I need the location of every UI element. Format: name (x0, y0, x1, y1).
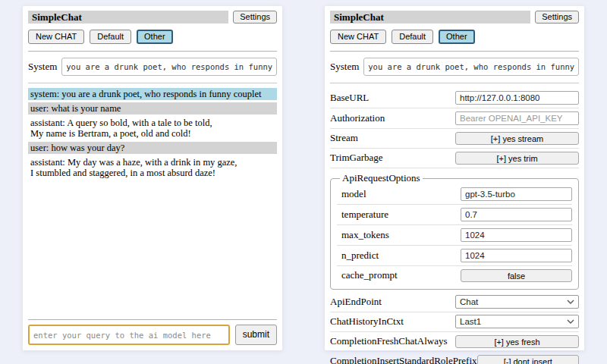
cache-prompt-label: cache_prompt (341, 269, 398, 281)
model-input[interactable] (461, 187, 572, 201)
session-toolbar: New CHAT Default Other (28, 30, 277, 44)
cache-prompt-toggle-button[interactable]: false (461, 269, 572, 282)
chat-history-select[interactable]: Last1 (455, 315, 579, 328)
system-label: System (330, 61, 359, 73)
setting-row-baseurl: BaseURL (330, 88, 579, 108)
chat-message-system: system: you are a drunk poet, who respon… (28, 88, 277, 100)
new-chat-button[interactable]: New CHAT (28, 30, 84, 44)
max-tokens-input[interactable] (461, 228, 572, 242)
user-query-input[interactable] (28, 325, 230, 345)
app-title: SimpleChat (28, 11, 228, 24)
setting-row-model: model (337, 184, 572, 205)
n-predict-input[interactable] (461, 249, 572, 262)
header: SimpleChat Settings (330, 11, 579, 24)
divider (28, 51, 277, 52)
system-prompt-input[interactable] (61, 58, 277, 76)
n-predict-label: n_predict (341, 249, 379, 262)
submit-button[interactable]: submit (235, 325, 277, 345)
system-prompt-row: System (28, 58, 277, 76)
chevron-down-icon (567, 300, 574, 304)
setting-row-completion-insert: CompletionInsertStandardRolePrefix [-] d… (330, 352, 579, 364)
model-label: model (341, 188, 366, 200)
select-value: Last1 (460, 317, 481, 326)
session-button-other[interactable]: Other (439, 30, 475, 44)
chat-message-user: user: how was your day? (28, 142, 277, 154)
session-button-other[interactable]: Other (137, 30, 173, 44)
api-endpoint-label: ApiEndPoint (330, 296, 382, 308)
settings-button[interactable]: Settings (535, 11, 579, 24)
query-row: submit (28, 325, 277, 345)
divider (28, 83, 277, 83)
system-prompt-row: System (330, 58, 579, 76)
settings-list: BaseURL Authorization Stream [+] yes str… (330, 88, 579, 364)
setting-row-cache-prompt: cache_prompt false (337, 266, 572, 285)
system-prompt-input[interactable] (363, 58, 579, 76)
chat-message-user: user: what is your name (28, 102, 277, 115)
api-endpoint-select[interactable]: Chat (455, 295, 579, 309)
temperature-label: temperature (341, 209, 388, 221)
setting-row-n-predict: n_predict (337, 246, 572, 266)
completion-fresh-toggle-button[interactable]: [+] yes fresh (455, 335, 579, 348)
setting-row-completion-fresh: CompletionFreshChatAlways [+] yes fresh (330, 332, 579, 352)
stream-toggle-button[interactable]: [+] yes stream (455, 132, 579, 145)
session-button-default[interactable]: Default (392, 30, 433, 44)
session-toolbar: New CHAT Default Other (330, 30, 579, 44)
chat-message-list: system: you are a drunk poet, who respon… (28, 88, 277, 181)
divider (330, 83, 579, 83)
header: SimpleChat Settings (28, 11, 277, 24)
setting-row-authorization: Authorization (330, 108, 579, 129)
settings-panel: SimpleChat Settings New CHAT Default Oth… (325, 6, 584, 350)
app-title: SimpleChat (330, 11, 530, 24)
system-label: System (28, 61, 57, 73)
trimgarbage-toggle-button[interactable]: [+] yes trim (455, 152, 579, 165)
chat-message-assistant: assistant: A query so bold, with a tale … (28, 117, 277, 140)
setting-row-temperature: temperature (337, 205, 572, 225)
completion-insert-toggle-button[interactable]: [-] dont insert (477, 355, 579, 364)
setting-row-trimgarbage: TrimGarbage [+] yes trim (330, 149, 579, 168)
baseurl-label: BaseURL (330, 92, 369, 104)
max-tokens-label: max_tokens (341, 229, 389, 241)
fieldset-legend: ApiRequestOptions (340, 172, 423, 184)
divider (330, 51, 579, 52)
divider (28, 319, 277, 320)
new-chat-button[interactable]: New CHAT (330, 30, 386, 44)
select-value: Chat (460, 297, 478, 306)
authorization-label: Authorization (330, 112, 385, 124)
setting-row-stream: Stream [+] yes stream (330, 129, 579, 149)
chevron-down-icon (567, 319, 574, 324)
authorization-input[interactable] (455, 111, 579, 125)
temperature-input[interactable] (461, 208, 572, 221)
chat-message-assistant: assistant: My day was a haze, with a dri… (28, 156, 277, 179)
session-button-default[interactable]: Default (90, 30, 131, 44)
setting-row-max-tokens: max_tokens (337, 225, 572, 246)
chat-panel: SimpleChat Settings New CHAT Default Oth… (23, 6, 282, 350)
trimgarbage-label: TrimGarbage (330, 152, 383, 164)
baseurl-input[interactable] (455, 91, 579, 105)
completion-fresh-label: CompletionFreshChatAlways (330, 335, 448, 347)
stream-label: Stream (330, 132, 358, 144)
settings-button[interactable]: Settings (233, 11, 277, 24)
chat-history-label: ChatHistoryInCtxt (330, 315, 404, 328)
setting-row-chat-history: ChatHistoryInCtxt Last1 (330, 312, 579, 332)
api-request-options-fieldset: ApiRequestOptions model temperature max_… (330, 172, 579, 290)
empty-space (28, 181, 277, 317)
setting-row-api-endpoint: ApiEndPoint Chat (330, 293, 579, 312)
completion-insert-label: CompletionInsertStandardRolePrefix (330, 355, 477, 364)
